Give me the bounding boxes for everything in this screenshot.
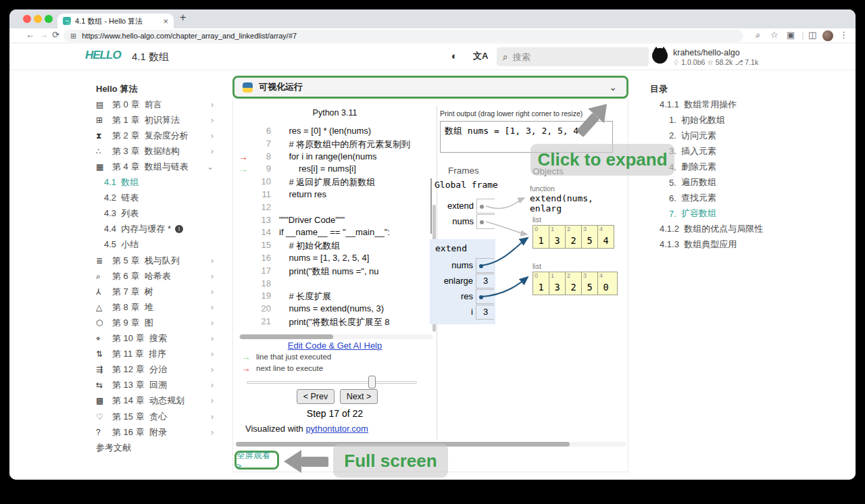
toc-item[interactable]: 1.初始化数组: [650, 112, 806, 128]
profile-avatar[interactable]: [822, 30, 833, 41]
sidebar-chapter-item[interactable]: ▩第 14 章 动态规划›: [96, 393, 215, 409]
next-button[interactable]: Next >: [340, 389, 378, 404]
frame-var-row: nums: [430, 214, 498, 230]
zoom-icon[interactable]: ⌕: [756, 30, 760, 41]
forward-icon[interactable]: →: [39, 30, 48, 40]
list-object-nums: list0113223544: [533, 216, 614, 249]
var-value: [476, 289, 494, 304]
sidebar-item-label: 第 0 章 前言: [112, 99, 162, 111]
sidebar-chapter-item[interactable]: ⬡第 9 章 图›: [96, 315, 215, 330]
code-line-text: res = [0] * (len(nums): [279, 126, 371, 136]
function-signature: extend(nums, enlarg: [530, 193, 628, 213]
search-input[interactable]: [513, 52, 628, 62]
browser-tab[interactable]: ~ 4.1 数组 - Hello 算法 ×: [57, 14, 174, 28]
toc-item[interactable]: 4.1.3 数组典型应用: [650, 237, 806, 253]
toc-item[interactable]: 4.1.1 数组常用操作: [650, 97, 806, 112]
just-executed-arrow-icon: →: [241, 351, 251, 362]
sidebar-chapter-item[interactable]: ▤第 0 章 前言›: [96, 97, 215, 112]
slider-thumb[interactable]: [368, 376, 376, 388]
code-line: 16 nums = [1, 3, 2, 5, 4]: [233, 253, 437, 266]
toc-item[interactable]: 7.扩容数组: [650, 206, 806, 222]
bookmark-star-icon[interactable]: ☆: [770, 30, 778, 40]
translate-icon[interactable]: 文A: [473, 50, 488, 62]
chevron-icon: ›: [211, 147, 214, 156]
github-repo-link[interactable]: krahets/hello-algo ♢ 1.0.0b6 ☆ 58.2k ⎇ 7…: [652, 48, 758, 66]
sidebar-item-label: 第 1 章 初识算法: [112, 114, 180, 126]
sidebar-chapter-item[interactable]: ⅄第 7 章 树›: [96, 284, 215, 299]
sidebar-chapter-item[interactable]: ∴第 3 章 数据结构›: [96, 143, 215, 159]
var-value: [476, 214, 495, 229]
window-zoom-button[interactable]: [45, 15, 53, 23]
code-line-number: 9: [244, 163, 271, 174]
screenshot-root: ~ 4.1 数组 - Hello 算法 × + ← → ⟳ ⊞ https://…: [0, 0, 865, 504]
chevron-icon: ›: [211, 272, 214, 281]
sidebar-chapter-item[interactable]: ▦第 4 章 数组与链表⌄: [96, 159, 215, 174]
sidebar-chapter-item[interactable]: ♡第 15 章 贪心›: [96, 409, 215, 424]
pythontutor-link[interactable]: pythontutor.com: [305, 424, 368, 434]
theme-toggle-icon[interactable]: ◐: [451, 50, 458, 61]
repo-stars: 58.2k: [716, 58, 733, 66]
toc-item-label: 访问元素: [681, 130, 716, 142]
sidebar-chapter-item[interactable]: ⧗第 2 章 复杂度分析›: [96, 128, 215, 143]
toc-item-number: 1.: [669, 115, 676, 125]
sidebar-item-label: 第 9 章 图: [112, 317, 153, 329]
step-slider[interactable]: [247, 380, 417, 385]
fullscreen-link[interactable]: 全屏观看 >: [234, 451, 279, 470]
window-minimize-button[interactable]: [34, 15, 42, 23]
side-panel-icon[interactable]: ◫: [808, 30, 816, 40]
hello-algo-logo[interactable]: HELLO: [85, 49, 121, 62]
sidebar-chapter-item[interactable]: △第 8 章 堆›: [96, 299, 215, 315]
tab-close-icon[interactable]: ×: [163, 16, 168, 26]
slider-track[interactable]: [247, 381, 417, 384]
toc-item-label: 遍历数组: [681, 176, 716, 188]
cell-index: 0: [535, 226, 538, 232]
var-name: extend: [430, 201, 474, 211]
sidebar-chapter-item[interactable]: ⌖第 10 章 搜索›: [96, 331, 215, 347]
edit-code-link[interactable]: Edit Code & Get AI Help: [288, 341, 382, 351]
sidebar-chapter-item[interactable]: ⌕第 6 章 哈希表›: [96, 268, 215, 284]
sidebar-chapter-item[interactable]: ⇅第 11 章 排序›: [96, 347, 215, 362]
toc-item-number: 2.: [669, 130, 676, 141]
sidebar-chapter-item[interactable]: ≣第 5 章 栈与队列›: [96, 253, 215, 268]
sidebar-item[interactable]: 4.1 数组: [96, 175, 215, 191]
toc-item-label: 删除元素: [681, 161, 716, 173]
frames-header: Frames: [448, 166, 479, 176]
prev-button[interactable]: < Prev: [297, 389, 335, 404]
menu-dots-icon[interactable]: ⋮: [839, 30, 848, 40]
back-icon[interactable]: ←: [26, 30, 34, 40]
sidebar-book-title[interactable]: Hello 算法: [96, 81, 215, 97]
reload-icon[interactable]: ⟳: [52, 30, 59, 40]
toc-item[interactable]: 2.访问元素: [650, 128, 806, 143]
site-info-icon[interactable]: ⊞: [70, 32, 76, 41]
sidebar-item[interactable]: 4.4 内存与缓存 *!: [96, 222, 215, 237]
tag-icon: ♢: [673, 58, 679, 66]
sidebar-item[interactable]: 4.3 列表: [96, 206, 215, 222]
sidebar-chapter-item[interactable]: ⇶第 12 章 分治›: [96, 362, 215, 378]
window-close-button[interactable]: [23, 15, 31, 23]
backtracking-icon: ⇆: [96, 380, 108, 390]
list-cell: 22: [565, 272, 582, 295]
sidebar-item-label: 第 8 章 堆: [112, 301, 153, 313]
list-cells: 0113223544: [533, 225, 614, 249]
code-hscroll-thumb[interactable]: [240, 334, 333, 339]
function-object: function extend(nums, enlarg: [530, 184, 628, 213]
sidebar-item[interactable]: 参考文献: [96, 440, 215, 455]
extensions-icon[interactable]: ▣: [787, 30, 795, 40]
ref-dot-icon: [479, 295, 483, 299]
toc-item[interactable]: 5.遍历数组: [650, 175, 806, 191]
sidebar-chapter-item[interactable]: ⇆第 13 章 回溯›: [96, 378, 215, 393]
sidebar-item[interactable]: 4.2 链表: [96, 191, 215, 206]
toc-item[interactable]: 4.1.2 数组的优点与局限性: [650, 222, 806, 237]
visual-run-expander[interactable]: 可视化运行 ⌄: [232, 76, 628, 99]
fork-icon: ⎇: [735, 58, 743, 66]
new-tab-button[interactable]: +: [180, 11, 186, 24]
search-box[interactable]: ⌕: [497, 47, 649, 66]
chevron-icon: ›: [211, 349, 214, 359]
sidebar-chapter-item[interactable]: ⊞第 1 章 初识算法›: [96, 112, 215, 128]
sidebar-chapter-item[interactable]: ?第 16 章 附录›: [96, 424, 215, 440]
toc-item[interactable]: 6.查找元素: [650, 191, 806, 206]
chevron-icon: ›: [211, 303, 214, 312]
sidebar-item[interactable]: 4.5 小结: [96, 237, 215, 253]
sidebar-item-label: 4.4 内存与缓存 *: [104, 223, 171, 235]
url-bar[interactable]: ⊞ https://www.hello-algo.com/chapter_arr…: [64, 30, 743, 42]
